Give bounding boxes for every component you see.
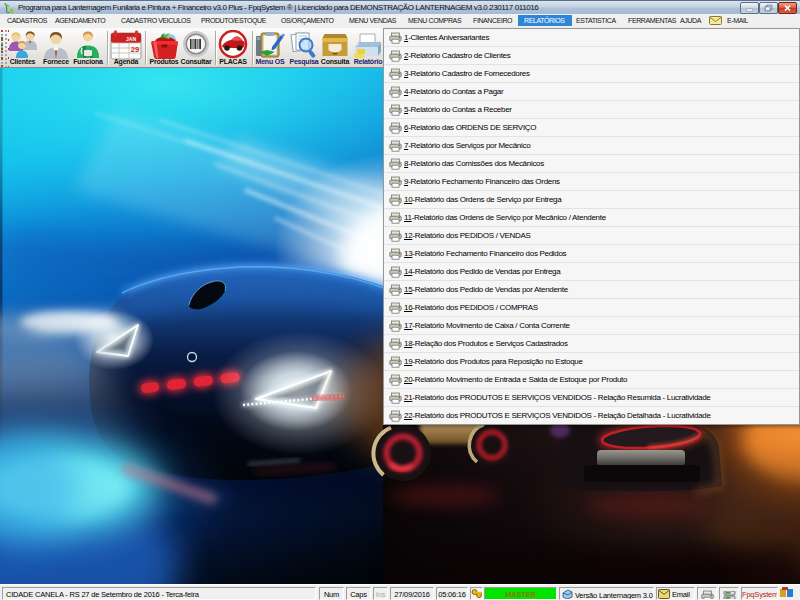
svg-text:29: 29 [131,45,139,54]
svg-text:JAN: JAN [126,36,136,42]
